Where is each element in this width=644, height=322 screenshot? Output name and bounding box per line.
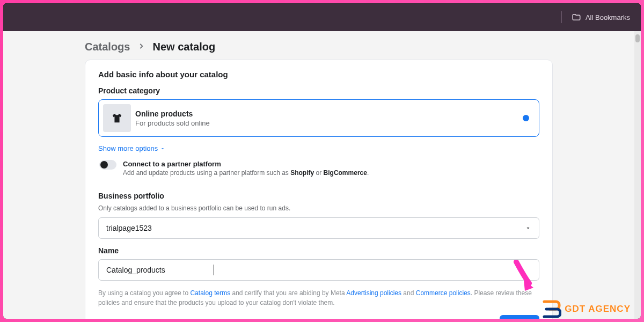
business-portfolio-value: trialpage1523 — [106, 224, 525, 232]
catalog-terms-link[interactable]: Catalog terms — [190, 289, 230, 297]
legal-text: By using a catalog you agree to Catalog … — [98, 288, 539, 308]
name-label: Name — [98, 246, 539, 255]
show-more-label: Show more options — [98, 144, 158, 152]
toggle-knob — [100, 161, 108, 169]
option-desc: For products sold online — [135, 119, 518, 127]
tshirt-icon — [111, 112, 123, 124]
business-portfolio-help: Only catalogs added to a business portfo… — [98, 204, 539, 212]
folder-icon — [572, 12, 581, 22]
partner-platform-title: Connect to a partner platform — [123, 160, 369, 168]
next-button[interactable]: Next — [500, 315, 539, 319]
chevron-right-icon — [137, 42, 145, 52]
main-card: Add basic info about your catalog Produc… — [85, 60, 553, 319]
option-title: Online products — [135, 109, 518, 118]
advertising-policies-link[interactable]: Advertising policies — [346, 289, 401, 297]
all-bookmarks-button[interactable]: All Bookmarks — [572, 12, 630, 22]
scrollbar-thumb[interactable] — [635, 34, 640, 42]
partner-platform-desc: Add and update products using a partner … — [123, 169, 369, 177]
option-thumb — [103, 104, 131, 132]
all-bookmarks-label: All Bookmarks — [586, 13, 630, 21]
breadcrumb-current: New catalog — [152, 41, 215, 53]
breadcrumb: Catalogs New catalog — [3, 41, 634, 60]
topbar-divider — [561, 11, 562, 23]
radio-selected-icon — [523, 115, 529, 121]
business-portfolio-select[interactable]: trialpage1523 — [98, 217, 539, 239]
page-viewport: Catalogs New catalog Add basic info abou… — [3, 31, 634, 319]
show-more-options-link[interactable]: Show more options — [98, 144, 165, 152]
partner-platform-toggle[interactable] — [99, 160, 116, 170]
browser-topbar: All Bookmarks — [3, 3, 641, 31]
option-online-products[interactable]: Online products For products sold online — [98, 99, 539, 137]
commerce-policies-link[interactable]: Commerce policies — [416, 289, 471, 297]
breadcrumb-parent[interactable]: Catalogs — [85, 41, 130, 53]
caret-down-icon — [160, 146, 165, 151]
scrollbar-track[interactable] — [634, 31, 641, 319]
card-title: Add basic info about your catalog — [98, 70, 539, 79]
caret-down-icon — [525, 225, 531, 231]
catalog-name-input[interactable] — [98, 259, 539, 281]
product-category-label: Product category — [98, 86, 539, 95]
partner-platform-row: Connect to a partner platform Add and up… — [98, 159, 539, 184]
business-portfolio-label: Business portfolio — [98, 192, 539, 200]
